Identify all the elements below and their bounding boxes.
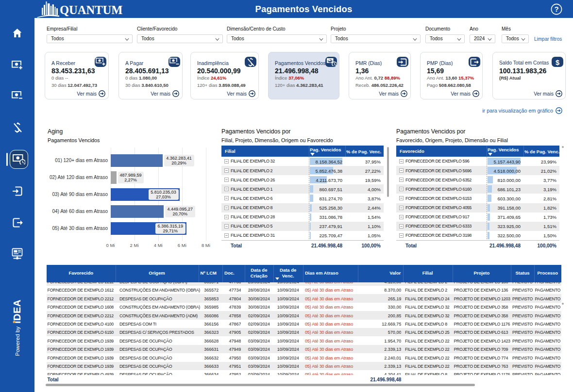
svg-text:?: ? [554, 5, 558, 13]
svg-text:$: $ [556, 58, 559, 66]
